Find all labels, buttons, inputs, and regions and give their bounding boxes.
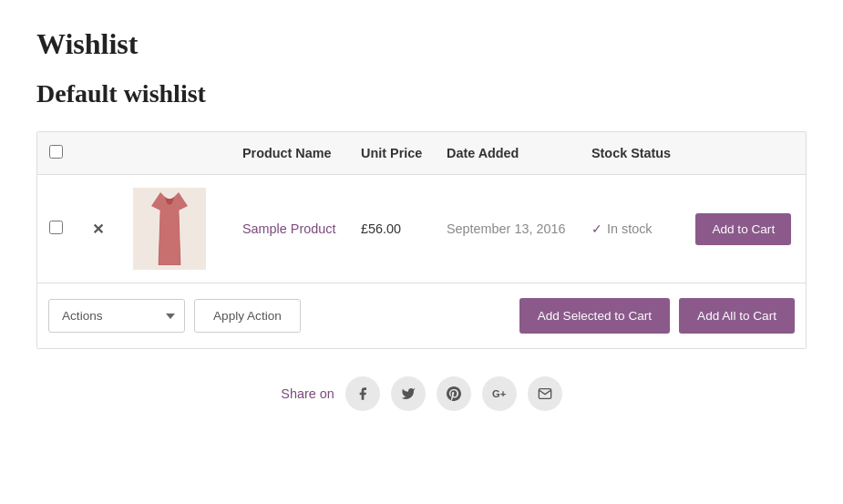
page-wrapper: Wishlist Default wishlist Product Name U…: [0, 0, 843, 438]
row-product-name: Sample Product: [231, 175, 350, 283]
facebook-share-button[interactable]: [345, 376, 380, 411]
select-all-checkbox[interactable]: [49, 145, 63, 159]
header-product-name: Product Name: [231, 132, 350, 175]
product-image: [133, 188, 206, 270]
dress-svg: [142, 192, 197, 265]
email-share-button[interactable]: [528, 376, 562, 411]
google-plus-share-button[interactable]: G+: [482, 376, 517, 411]
table-row: ✕ Sample Product: [37, 175, 806, 283]
add-to-cart-button[interactable]: Add to Cart: [695, 213, 791, 245]
header-remove: [74, 132, 122, 175]
twitter-icon: [401, 386, 416, 401]
twitter-share-button[interactable]: [391, 376, 426, 411]
row-image: [122, 175, 231, 283]
header-unit-price: Unit Price: [350, 132, 436, 175]
header-image: [122, 132, 231, 175]
share-section: Share on G+: [36, 376, 807, 411]
header-action: [684, 132, 806, 175]
header-select: [37, 132, 74, 175]
product-link[interactable]: Sample Product: [242, 221, 335, 236]
google-plus-icon: G+: [492, 388, 506, 399]
stock-status-container: ✓ In stock: [591, 221, 673, 236]
page-title: Wishlist: [36, 27, 807, 61]
wishlist-table-wrapper: Product Name Unit Price Date Added Stock…: [36, 131, 807, 349]
actions-row: Actions Remove Apply Action Add Selected…: [37, 283, 806, 348]
pinterest-icon: [447, 386, 461, 401]
in-stock-label: In stock: [607, 221, 653, 236]
stock-check-icon: ✓: [591, 221, 602, 236]
remove-button[interactable]: ✕: [85, 217, 111, 242]
row-select: [37, 175, 74, 283]
share-label: Share on: [281, 386, 334, 401]
row-checkbox[interactable]: [49, 221, 63, 234]
add-selected-to-cart-button[interactable]: Add Selected to Cart: [519, 298, 670, 334]
row-add-to-cart: Add to Cart: [684, 175, 806, 283]
add-all-to-cart-button[interactable]: Add All to Cart: [679, 298, 795, 334]
wishlist-table: Product Name Unit Price Date Added Stock…: [37, 132, 806, 283]
row-stock-status: ✓ In stock: [581, 175, 684, 283]
row-date-added: September 13, 2016: [436, 175, 581, 283]
header-stock-status: Stock Status: [581, 132, 684, 175]
wishlist-name: Default wishlist: [36, 79, 807, 108]
facebook-icon: [355, 386, 370, 401]
row-unit-price: £56.00: [350, 175, 436, 283]
table-header-row: Product Name Unit Price Date Added Stock…: [37, 132, 806, 175]
actions-dropdown[interactable]: Actions Remove: [48, 299, 185, 333]
header-date-added: Date Added: [436, 132, 581, 175]
pinterest-share-button[interactable]: [437, 376, 471, 411]
email-icon: [538, 386, 552, 401]
row-remove: ✕: [74, 175, 122, 283]
apply-action-button[interactable]: Apply Action: [194, 299, 301, 333]
